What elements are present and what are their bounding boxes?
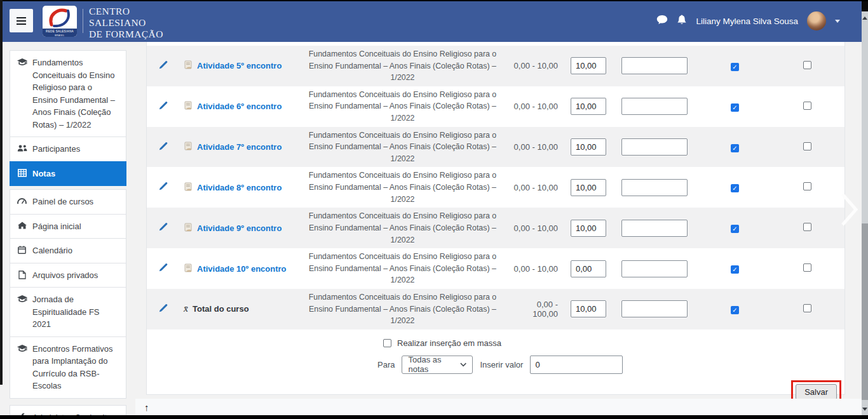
- grade-item-course: Fundamentos Conceituais do Ensino Religi…: [293, 208, 512, 248]
- override-checkbox[interactable]: ✓: [731, 63, 739, 71]
- sidebar-item-privatefiles[interactable]: Arquivos privados: [10, 263, 126, 288]
- course-icon: [17, 344, 27, 392]
- grade-row: Atividade 9º encontro Fundamentos Concei…: [147, 208, 844, 248]
- override-checkbox[interactable]: ✓: [731, 265, 739, 274]
- exclude-checkbox[interactable]: [803, 223, 811, 231]
- assignment-icon: [184, 263, 193, 274]
- course-icon: [17, 295, 27, 331]
- grade-input[interactable]: [571, 179, 606, 196]
- grade-item-link[interactable]: Atividade 8º encontro: [197, 183, 281, 192]
- grade-row: Atividade 5º encontro Fundamentos Concei…: [147, 46, 844, 86]
- grade-input[interactable]: [571, 220, 606, 237]
- menu-icon[interactable]: [10, 9, 33, 32]
- edit-icon[interactable]: [159, 263, 168, 274]
- assignment-icon: [184, 142, 193, 152]
- sidebar-item-dashboard[interactable]: Painel de cursos: [10, 189, 126, 215]
- feedback-input[interactable]: [621, 138, 688, 156]
- sidebar-item-calendar[interactable]: Calendário: [10, 238, 126, 263]
- grade-row: Atividade 7º encontro Fundamentos Concei…: [147, 127, 844, 168]
- scroll-top-icon[interactable]: ↑: [144, 402, 149, 413]
- grade-input[interactable]: [571, 260, 606, 277]
- exclude-checkbox[interactable]: [803, 142, 811, 150]
- exclude-checkbox[interactable]: [803, 102, 811, 110]
- bulk-insert-checkbox[interactable]: [383, 339, 391, 347]
- override-checkbox[interactable]: ✓: [731, 144, 739, 152]
- save-button[interactable]: Salvar: [796, 384, 837, 400]
- override-checkbox[interactable]: ✓: [731, 306, 739, 314]
- grade-range: 0,00 - 10,00: [512, 183, 563, 192]
- exclude-checkbox[interactable]: [803, 61, 811, 69]
- grades-icon: [17, 169, 27, 180]
- edit-icon[interactable]: [159, 60, 168, 72]
- override-checkbox[interactable]: ✓: [731, 103, 739, 112]
- assignment-icon: [184, 223, 193, 234]
- avatar[interactable]: [807, 11, 826, 30]
- grade-item-link[interactable]: Atividade 9º encontro: [197, 223, 281, 233]
- grade-input[interactable]: [571, 57, 606, 74]
- notifications-icon[interactable]: [677, 15, 687, 28]
- feedback-input[interactable]: [621, 179, 688, 196]
- override-checkbox[interactable]: ✓: [731, 225, 739, 233]
- sidebar-item-home[interactable]: Página inicial: [10, 214, 126, 239]
- brand-logo[interactable]: REDE SALESIANA BRASIL: [43, 6, 77, 37]
- grade-range: 0,00 - 10,00: [512, 102, 563, 111]
- edit-icon[interactable]: [159, 303, 168, 315]
- feedback-input[interactable]: [621, 300, 688, 317]
- window-edge-bottom: [0, 415, 868, 419]
- grade-range: 0,00 - 10,00: [512, 264, 563, 274]
- assignment-icon: [184, 101, 193, 112]
- scrollbar-thumb[interactable]: [862, 223, 868, 400]
- next-page-icon[interactable]: [840, 192, 859, 230]
- course-icon: [17, 58, 27, 131]
- edit-icon[interactable]: [159, 101, 168, 112]
- edit-icon[interactable]: [159, 222, 168, 234]
- grade-input[interactable]: [571, 138, 606, 156]
- page-scrollbar[interactable]: [862, 0, 868, 419]
- bulk-insert-row: Realizar inserção em massa: [383, 338, 844, 348]
- grade-row: x̄Total do curso Fundamentos Conceituais…: [147, 289, 844, 329]
- edit-icon[interactable]: [159, 182, 168, 193]
- sidebar-item-course[interactable]: Fundamentos Conceituais do Ensino Religi…: [10, 50, 126, 137]
- grade-row: Atividade 10º encontro Fundamentos Conce…: [147, 248, 844, 289]
- grade-item-course: Fundamentos Conceituais do Ensino Religi…: [293, 127, 512, 168]
- calendar-icon: [17, 246, 27, 257]
- top-navbar: REDE SALESIANA BRASIL CENTRO SALESIANO D…: [0, 0, 862, 42]
- exclude-checkbox[interactable]: [803, 304, 811, 312]
- exclude-checkbox[interactable]: [803, 182, 811, 190]
- grade-item-course: Fundamentos Conceituais do Ensino Religi…: [293, 86, 512, 127]
- feedback-input[interactable]: [621, 57, 688, 74]
- scrollbar-down-icon[interactable]: [862, 408, 867, 411]
- scrollbar-up-icon[interactable]: [862, 17, 867, 20]
- window-edge-left: [0, 0, 3, 385]
- brand-divider: [83, 9, 83, 33]
- sidebar-item-course-encontros[interactable]: Encontros Formativos para Implantação do…: [10, 336, 126, 399]
- user-name[interactable]: Liliany Mylena Silva Sousa: [696, 17, 798, 26]
- sidebar-item-participants[interactable]: Participantes: [10, 136, 126, 162]
- feedback-input[interactable]: [621, 260, 688, 277]
- grade-range: 0,00 - 100,00: [512, 300, 563, 319]
- grade-item-link[interactable]: Atividade 5º encontro: [197, 61, 281, 70]
- edit-icon[interactable]: [159, 142, 168, 153]
- select-chevron-icon: [460, 362, 466, 367]
- assignment-icon: [184, 60, 193, 71]
- grade-item-link[interactable]: Atividade 6º encontro: [197, 102, 281, 111]
- grade-item-link[interactable]: Atividade 7º encontro: [197, 142, 281, 152]
- grade-range: 0,00 - 10,00: [512, 142, 563, 152]
- sidebar-item-course-jornada[interactable]: Jornada de Espiritualidade FS 2021: [10, 287, 126, 337]
- chat-icon[interactable]: [656, 15, 668, 27]
- logo-swoosh-icon: [44, 6, 75, 27]
- user-caret-icon[interactable]: [835, 20, 840, 23]
- override-checkbox[interactable]: ✓: [731, 184, 739, 192]
- grade-input[interactable]: [571, 98, 606, 115]
- bulk-scope-select[interactable]: Todas as notas: [402, 356, 473, 374]
- grade-item-course: Fundamentos Conceituais do Ensino Religi…: [293, 46, 512, 86]
- dashboard-icon: [17, 197, 27, 208]
- grade-range: 0,00 - 10,00: [512, 223, 563, 233]
- exclude-checkbox[interactable]: [803, 263, 811, 272]
- feedback-input[interactable]: [621, 98, 688, 115]
- sidebar-item-grades[interactable]: Notas: [10, 161, 126, 187]
- feedback-input[interactable]: [621, 220, 688, 237]
- grade-input[interactable]: [571, 300, 606, 317]
- insert-value-input[interactable]: [530, 356, 623, 374]
- grade-item-link[interactable]: Atividade 10º encontro: [197, 264, 287, 274]
